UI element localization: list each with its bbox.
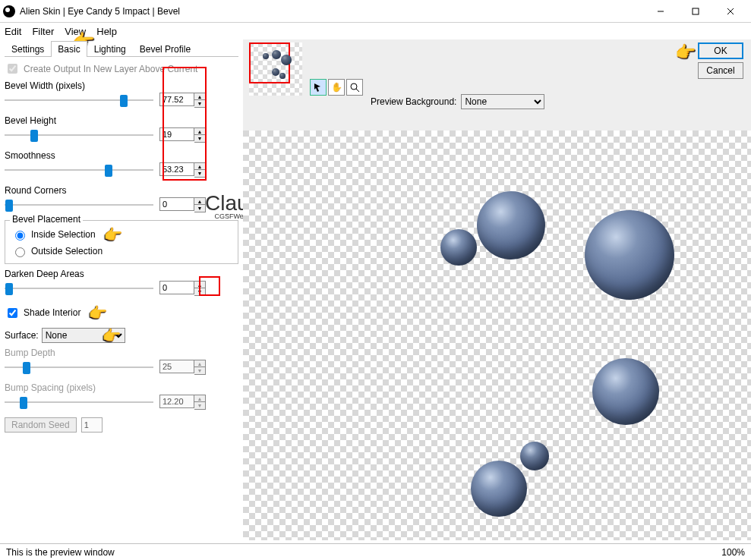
smoothness-spinner[interactable]: ▲▼	[194, 162, 206, 178]
preview-sphere	[585, 210, 674, 300]
darken-label: Darken Deep Areas	[5, 269, 238, 279]
darken-slider[interactable]	[5, 282, 153, 295]
zoom-level: 100%	[721, 547, 745, 558]
bump-spacing-label: Bump Spacing (pixels)	[5, 382, 238, 393]
svg-line-5	[356, 89, 359, 92]
preview-area: ✋ Preview Background: None 👉 OK Cancel	[243, 39, 751, 540]
app-icon	[3, 5, 15, 17]
create-output-row: Create Output In New Layer Above Current	[5, 61, 238, 76]
bevel-height-slider[interactable]	[5, 128, 153, 142]
preview-sphere	[592, 358, 659, 425]
outside-selection-radio[interactable]	[15, 247, 25, 257]
random-seed-button: Random Seed	[5, 417, 77, 433]
preview-bg-select[interactable]: None	[461, 94, 544, 109]
round-corners-label: Round Corners	[5, 185, 238, 196]
tab-settings[interactable]: Settings	[5, 41, 51, 57]
status-text: This is the preview window	[6, 547, 115, 558]
preview-sphere	[520, 442, 549, 470]
menu-help[interactable]: Help	[96, 26, 117, 37]
preview-sphere	[440, 229, 477, 266]
svg-rect-1	[693, 8, 699, 14]
surface-label: Surface:	[5, 330, 39, 341]
bevel-width-spinner[interactable]: ▲▼	[194, 93, 206, 108]
bevel-width-slider[interactable]	[5, 93, 153, 107]
bump-depth-spinner: ▲▼	[194, 360, 206, 375]
hand-tool-icon[interactable]: ✋	[328, 79, 345, 96]
smoothness-input[interactable]	[159, 162, 194, 176]
round-corners-input[interactable]	[159, 197, 194, 211]
bump-depth-slider	[5, 360, 153, 374]
bevel-placement-group: Bevel Placement Inside Selection 👈 Outsi…	[5, 220, 238, 264]
bump-depth-input	[159, 360, 194, 373]
menu-bar: Edit Filter View Help 👉	[0, 23, 751, 39]
outside-selection-label: Outside Selection	[31, 246, 103, 256]
preview-sphere	[477, 191, 545, 260]
darken-spinner[interactable]: ▲▼	[194, 281, 206, 296]
tab-bar: Settings Basic Lighting Bevel Profile	[5, 41, 238, 57]
menu-edit[interactable]: Edit	[5, 26, 21, 37]
tab-bevel-profile[interactable]: Bevel Profile	[133, 41, 197, 57]
tab-lighting[interactable]: Lighting	[87, 41, 133, 57]
preview-thumbnail[interactable]	[249, 42, 302, 96]
darken-input[interactable]	[159, 281, 194, 294]
shade-interior-checkbox[interactable]	[8, 308, 17, 318]
ok-button[interactable]: OK	[698, 42, 743, 59]
bevel-placement-title: Bevel Placement	[10, 214, 83, 225]
random-seed-input	[81, 417, 103, 433]
window-title: Alien Skin | Eye Candy 5 Impact | Bevel	[20, 6, 643, 17]
bevel-height-input[interactable]	[159, 127, 194, 141]
pointer-icon: 👈	[103, 326, 121, 344]
shade-interior-label: Shade Interior	[24, 307, 80, 318]
pointer-icon: 👈	[104, 225, 123, 244]
arrow-tool-icon[interactable]	[310, 79, 327, 96]
smoothness-slider[interactable]	[5, 163, 153, 177]
bump-depth-label: Bump Depth	[5, 348, 238, 358]
bevel-height-label: Bevel Height	[5, 115, 238, 126]
settings-panel: Settings Basic Lighting Bevel Profile Cr…	[0, 39, 243, 540]
title-bar: Alien Skin | Eye Candy 5 Impact | Bevel	[0, 0, 751, 23]
cancel-button[interactable]: Cancel	[698, 62, 743, 79]
maximize-button[interactable]	[678, 1, 713, 22]
inside-selection-label: Inside Selection	[31, 229, 96, 240]
status-bar: This is the preview window 100%	[0, 543, 751, 560]
pointer-icon: 👈	[89, 304, 108, 322]
preview-canvas[interactable]	[243, 131, 751, 540]
bump-spacing-input	[159, 395, 194, 408]
create-output-label: Create Output In New Layer Above Current	[24, 64, 197, 74]
tab-basic[interactable]: Basic	[51, 41, 87, 57]
bump-spacing-slider	[5, 395, 153, 409]
bump-spacing-spinner: ▲▼	[194, 395, 206, 410]
bevel-width-label: Bevel Width (pixels)	[5, 80, 238, 91]
preview-toolbar: ✋ Preview Background: None 👉 OK Cancel	[243, 39, 751, 131]
bevel-width-input[interactable]	[159, 93, 194, 106]
bevel-height-spinner[interactable]: ▲▼	[194, 127, 206, 143]
round-corners-spinner[interactable]: ▲▼	[194, 197, 206, 212]
close-button[interactable]	[713, 1, 748, 22]
preview-sphere	[471, 461, 527, 517]
preview-bg-label: Preview Background:	[371, 96, 456, 107]
inside-selection-radio[interactable]	[15, 231, 25, 241]
menu-filter[interactable]: Filter	[32, 26, 54, 37]
smoothness-label: Smoothness	[5, 150, 238, 161]
pointer-icon: 👉	[675, 42, 696, 62]
svg-point-4	[351, 83, 357, 90]
minimize-button[interactable]	[643, 1, 678, 22]
create-output-checkbox	[8, 64, 17, 74]
zoom-tool-icon[interactable]	[346, 79, 363, 96]
round-corners-slider[interactable]	[5, 198, 153, 212]
